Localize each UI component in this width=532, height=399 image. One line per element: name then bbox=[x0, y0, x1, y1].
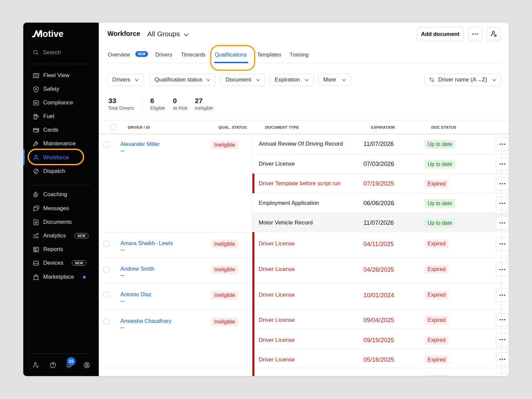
svg-text:otive: otive bbox=[43, 29, 64, 38]
